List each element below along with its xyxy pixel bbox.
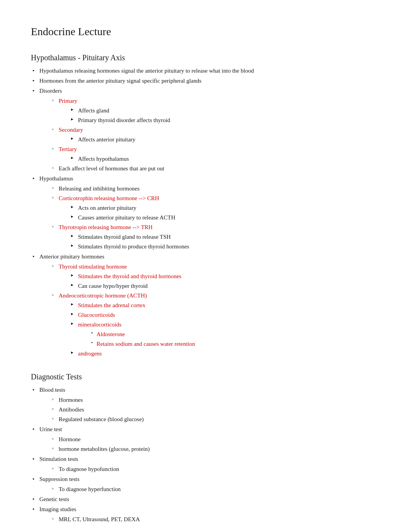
blood-tests-list: Hormones Antibodies Regulated substance … (39, 395, 379, 424)
hypothalamus-list: Releasing and inhibiting hormones Cortic… (39, 184, 379, 251)
list-item: Antibodies (51, 405, 379, 414)
list-item-disorders: Disorders Primary Affects gland Primary … (31, 86, 379, 173)
urine-test-item: Urine test Hormone hormone metabolites (… (31, 425, 379, 454)
list-item: Affects gland (70, 106, 379, 115)
list-item: To diagnose hyperfunction (51, 484, 379, 494)
primary-item: Primary Affects gland Primary thyroid di… (51, 96, 379, 125)
anterior-pituitary-list: Thyroid stimulating hormone Stimulates t… (39, 262, 379, 358)
crh-item: Corticotrophin releasing hormone --> CRH… (51, 194, 379, 222)
crh-sub-list: Acts on anterior pituitary Causes anteri… (59, 203, 379, 222)
list-item: Regulated substance (blood glucose) (51, 415, 379, 424)
androgens-item: androgens (70, 349, 379, 358)
section1-top-list: Hypothalamus releasing hormones signal t… (31, 66, 379, 358)
list-item: Primary thyroid disorder affects thyroid (70, 116, 379, 125)
hypothalamus-item: Hypothalamus Releasing and inhibiting ho… (31, 174, 379, 251)
secondary-item: Secondary Affects anterior pituitary (51, 125, 379, 144)
list-item: Hypothalamus releasing hormones signal t… (31, 66, 379, 75)
mineralocorticoids-item: mineralocorticoids Aldosterone Retains s… (70, 320, 379, 348)
each-affect-item: Each affect level of hormones that are p… (51, 164, 379, 173)
page-title: Endocrine Lecture (31, 23, 379, 41)
list-item: Hormones (51, 395, 379, 405)
primary-sub-list: Affects gland Primary thyroid disorder a… (59, 106, 379, 125)
diagnostic-section: Diagnostic Tests Blood tests Hormones An… (31, 371, 379, 524)
aldosterone-item: Aldosterone (90, 330, 379, 339)
mineralocorticoids-sub-list: Aldosterone Retains sodium and causes wa… (78, 330, 379, 348)
imaging-studies-list: MRI, CT, Ultrasound, PET, DEXA (39, 515, 379, 524)
list-item: Hormones from the anterior pituitary sig… (31, 76, 379, 85)
list-item: Stimulates the thyroid and thyroid hormo… (70, 272, 379, 281)
anterior-pituitary-item: Anterior pituitary hormones Thyroid stim… (31, 252, 379, 358)
suppression-tests-list: To diagnose hyperfunction (39, 484, 379, 494)
genetic-tests-item: Genetic tests (31, 495, 379, 504)
glucocorticoids-item: Glucocorticoids (70, 310, 379, 320)
list-item: hormone metabolites (glucose, protein) (51, 444, 379, 454)
list-item: Can cause hypo/hyper thyroid (70, 281, 379, 291)
list-item: Stimulates thyroid gland to release TSH (70, 232, 379, 241)
retains-item: Retains sodium and causes water retentio… (90, 339, 379, 348)
list-item: Affects hypothalamus (70, 154, 379, 163)
tsh-sub-list: Stimulates the thyroid and thyroid hormo… (59, 272, 379, 291)
acth-sub-list: Stimulates the adrenal cortex Glucocorti… (59, 301, 379, 358)
list-item: To diagnose hypofunction (51, 464, 379, 474)
section2-heading: Diagnostic Tests (31, 371, 379, 383)
urine-test-list: Hormone hormone metabolites (glucose, pr… (39, 435, 379, 454)
list-item: Hormone (51, 435, 379, 444)
acth-item: Andeocorticotropic hormone (ACTH) Stimul… (51, 291, 379, 358)
imaging-studies-item: Imaging studies MRI, CT, Ultrasound, PET… (31, 505, 379, 524)
suppression-tests-item: Suppression tests To diagnose hyperfunct… (31, 474, 379, 494)
stimulation-tests-item: Stimulation tests To diagnose hypofuncti… (31, 454, 379, 474)
stimulation-tests-list: To diagnose hypofunction (39, 464, 379, 474)
tertiary-item: Tertiary Affects hypothalamus (51, 144, 379, 163)
secondary-sub-list: Affects anterior pituitary (59, 135, 379, 144)
adrenal-cortex-item: Stimulates the adrenal cortex (70, 301, 379, 310)
blood-tests-item: Blood tests Hormones Antibodies Regulate… (31, 385, 379, 424)
list-item: Affects anterior pituitary (70, 135, 379, 144)
releasing-item: Releasing and inhibiting hormones (51, 184, 379, 193)
list-item: Acts on anterior pituitary (70, 203, 379, 212)
list-item: Causes anterior pituitary to release ACT… (70, 213, 379, 222)
trh-item: Thyrotropin releasing hormone --> TRH St… (51, 223, 379, 251)
tertiary-sub-list: Affects hypothalamus (59, 154, 379, 163)
disorders-list: Primary Affects gland Primary thyroid di… (39, 96, 379, 173)
list-item: MRI, CT, Ultrasound, PET, DEXA (51, 515, 379, 524)
section1-heading: Hypothalamus - Pituitary Axis (31, 51, 379, 64)
section2-top-list: Blood tests Hormones Antibodies Regulate… (31, 385, 379, 524)
list-item: Stimulates thyroid to produce thyroid ho… (70, 242, 379, 251)
trh-sub-list: Stimulates thyroid gland to release TSH … (59, 232, 379, 251)
tsh-item: Thyroid stimulating hormone Stimulates t… (51, 262, 379, 291)
